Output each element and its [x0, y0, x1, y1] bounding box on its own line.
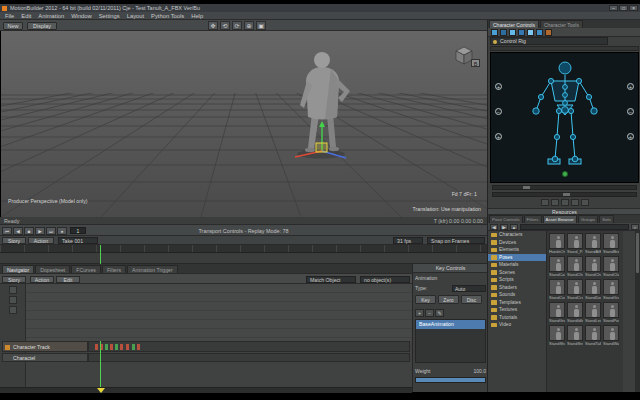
playhead-marker[interactable]	[97, 388, 105, 393]
playhead-cursor[interactable]	[100, 341, 101, 393]
story-rail-icon[interactable]	[9, 306, 17, 314]
navigator-tab[interactable]: Filters	[102, 265, 126, 273]
keyframe-mark[interactable]	[126, 344, 129, 350]
asset-thumbnail[interactable]: StandCasua..	[549, 256, 565, 277]
story-toggle[interactable]: Story	[2, 237, 26, 244]
layer-tool-button[interactable]: −	[425, 309, 434, 317]
story-rail-icon[interactable]	[9, 296, 17, 304]
character-toolbar-icon[interactable]	[491, 29, 498, 36]
camera-nav-icon[interactable]: ▣	[256, 21, 266, 30]
rig-expand-button[interactable]: +	[627, 83, 634, 90]
slider-handle[interactable]	[563, 193, 570, 196]
character-options-row[interactable]	[490, 46, 639, 51]
new-button[interactable]: New	[3, 22, 23, 30]
camera-nav-icon[interactable]: ⟲	[220, 21, 230, 30]
folder-item[interactable]: Poses	[488, 254, 546, 262]
folder-item[interactable]: Sounds	[488, 291, 546, 299]
keyframe-mark[interactable]	[115, 344, 118, 350]
character-subtrack-header[interactable]: Charactel	[2, 353, 88, 362]
folder-item[interactable]: Shaders	[488, 284, 546, 292]
asset-thumbnail[interactable]: HandsOnHip..	[549, 233, 565, 254]
asset-thumbnail[interactable]: StandStret..	[567, 325, 583, 346]
asset-thumbnail[interactable]: StandGrab..	[603, 279, 619, 300]
resources-tab[interactable]: Pose Controls	[489, 215, 523, 223]
rig-expand-button[interactable]: +	[627, 133, 634, 140]
asset-thumbnail[interactable]: StandLean..	[585, 302, 601, 323]
menu-item[interactable]: Layout	[127, 13, 144, 19]
rig-option-icon[interactable]	[581, 199, 589, 206]
resources-tab[interactable]: Groups	[578, 215, 598, 223]
timeline-track-strip[interactable]	[0, 253, 487, 264]
rig-option-icon[interactable]	[541, 199, 549, 206]
search-icon[interactable]: ⌕	[631, 224, 639, 230]
resources-tab[interactable]: Sets	[599, 215, 614, 223]
folder-item[interactable]: Textures	[488, 306, 546, 314]
folder-item[interactable]: Video	[488, 321, 546, 329]
story-track-area[interactable]	[26, 284, 412, 341]
character-toolbar-icon[interactable]	[509, 29, 516, 36]
asset-thumbnail[interactable]: StandCross..	[567, 279, 583, 300]
path-field[interactable]	[520, 224, 629, 230]
folder-item[interactable]: Scripts	[488, 276, 546, 284]
keyframe-mark[interactable]	[95, 344, 98, 350]
character-panel-tab[interactable]: Character Controls	[489, 20, 539, 28]
camera-nav-icon[interactable]: ✥	[208, 21, 218, 30]
character-toolbar-icon[interactable]	[536, 29, 543, 36]
forward-icon[interactable]: ▶	[500, 224, 508, 230]
menu-item[interactable]: Python Tools	[151, 13, 184, 19]
keyframe-mark[interactable]	[110, 344, 113, 350]
character-toolbar-icon[interactable]	[518, 29, 525, 36]
folder-item[interactable]: Materials	[488, 261, 546, 269]
asset-thumbnail[interactable]: StandShake..	[549, 325, 565, 346]
asset-thumbnail[interactable]: StandAtEas..	[585, 233, 601, 254]
menu-item[interactable]: Help	[191, 13, 203, 19]
resources-tab[interactable]: Asset Browser	[543, 215, 577, 223]
timeline-ruler[interactable]	[0, 245, 487, 253]
playhead-cursor[interactable]	[100, 253, 101, 264]
menu-item[interactable]: Window	[71, 13, 92, 19]
key-type-select[interactable]: Auto	[452, 285, 486, 292]
playhead-cursor[interactable]	[100, 245, 101, 253]
window-control-button[interactable]: ×	[629, 5, 638, 11]
key-button[interactable]: Zero	[438, 295, 459, 304]
asset-thumbnail[interactable]: StandCheer..	[585, 256, 601, 277]
asset-thumbnail[interactable]: StandBrea..	[603, 233, 619, 254]
rig-option-icon[interactable]	[551, 199, 559, 206]
weight-slider[interactable]	[415, 377, 486, 383]
rig-expand-button[interactable]: +	[495, 133, 502, 140]
character-toolbar-icon[interactable]	[500, 29, 507, 36]
control-rig-view[interactable]: + − + + − +	[490, 52, 639, 183]
menu-item[interactable]: Edit	[21, 13, 31, 19]
orientation-cube-icon[interactable]	[456, 47, 472, 64]
asset-thumbnail[interactable]: StandPoint..	[603, 302, 619, 323]
asset-thumbnail[interactable]: StandDance..	[585, 279, 601, 300]
viewport-3d[interactable]: Producer Perspective (Model only) Fd 7 d…	[1, 31, 487, 217]
navigator-tab[interactable]: FCurves	[71, 265, 101, 273]
menu-item[interactable]: Animation	[38, 13, 64, 19]
rig-expand-button[interactable]: +	[495, 83, 502, 90]
layer-tool-button[interactable]: +	[415, 309, 424, 317]
asset-thumbnail[interactable]: StandClap..	[603, 256, 619, 277]
rig-expand-button[interactable]: −	[495, 108, 502, 115]
character-toolbar-icon[interactable]	[527, 29, 534, 36]
folder-item[interactable]: Elements	[488, 246, 546, 254]
rig-expand-button[interactable]: −	[627, 108, 634, 115]
story-rail-icon[interactable]	[9, 286, 17, 294]
take-select[interactable]: Take 001	[58, 237, 98, 244]
layer-tool-button[interactable]: ✎	[435, 309, 444, 317]
action-toggle[interactable]: Action	[28, 237, 54, 244]
character-track-header[interactable]: Character Track	[2, 341, 88, 352]
keyframe-mark[interactable]	[132, 344, 135, 350]
asset-thumbnail[interactable]: Stand_P..	[567, 233, 583, 254]
folder-item[interactable]: Devices	[488, 239, 546, 247]
keyframe-mark[interactable]	[137, 344, 140, 350]
key-button[interactable]: Key	[415, 295, 436, 304]
asset-thumbnail[interactable]: StandTalk..	[585, 325, 601, 346]
back-icon[interactable]: ◀	[490, 224, 498, 230]
folder-item[interactable]: Characters	[488, 231, 546, 239]
navigator-tab[interactable]: Animation Trigger	[127, 265, 178, 273]
asset-thumbnail[interactable]: StandWalk..	[603, 325, 619, 346]
fps-select[interactable]: 31 fps	[393, 237, 423, 244]
key-button[interactable]: Disc	[461, 295, 482, 304]
rig-option-icon[interactable]	[561, 199, 569, 206]
